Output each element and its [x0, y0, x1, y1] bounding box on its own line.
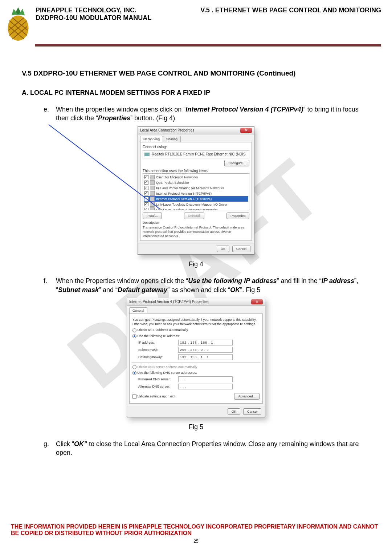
ok-button[interactable]: OK	[217, 246, 229, 252]
connection-items-list[interactable]: Client for Microsoft Networks QoS Packet…	[143, 173, 249, 210]
fileshare-icon	[150, 186, 155, 190]
configure-button[interactable]: Configure...	[224, 160, 249, 166]
step-e: e. When the properties window opens clic…	[44, 105, 370, 123]
subnet-mask-field[interactable]: 255 . 255 . 0 . 0	[178, 347, 233, 353]
connection-items-label: This connection uses the following items…	[143, 169, 249, 174]
validate-checkbox[interactable]	[132, 395, 136, 399]
connect-using-label: Connect using:	[143, 145, 249, 150]
close-icon[interactable]: ✕	[251, 299, 263, 304]
description-text: Transmission Control Protocol/Internet P…	[143, 225, 249, 238]
subnet-mask-label: Subnet mask:	[138, 348, 178, 352]
ok-button[interactable]: OK	[228, 408, 240, 415]
lltd-mapper-icon	[150, 202, 155, 207]
header-manual: DXDPRO-10U MODULATOR MANUAL	[36, 14, 151, 22]
cancel-button[interactable]: Cancel	[243, 408, 261, 415]
step-f: f. When the Properties window opens clic…	[44, 276, 370, 294]
tab-sharing[interactable]: Sharing	[163, 136, 181, 142]
pineapple-logo-icon	[3, 7, 33, 42]
ipv4-blurb: You can get IP settings assigned automat…	[132, 318, 260, 326]
install-button[interactable]: Install...	[143, 213, 162, 219]
radio-obtain-ip[interactable]	[132, 328, 136, 332]
advanced-button[interactable]: Advanced...	[234, 393, 260, 400]
header-section: V.5 . ETHERNET WEB PAGE CONTROL AND MONI…	[200, 7, 381, 14]
figure-4-label: Fig 4	[189, 260, 203, 268]
close-icon[interactable]: ✕	[240, 128, 252, 133]
preferred-dns-label: Preferred DNS server:	[138, 377, 178, 381]
step-g: g. Click “OK” to close the Local Area Co…	[44, 440, 370, 457]
page-number: 25	[0, 539, 392, 544]
ipv6-icon	[150, 191, 155, 196]
section-title: V.5 DXDPRO-10U ETHERNET WEB PAGE CONTROL…	[22, 69, 370, 78]
description-label: Description	[143, 221, 249, 225]
client-icon	[150, 175, 155, 179]
preferred-dns-field[interactable]: . . .	[178, 376, 233, 382]
nic-icon	[144, 153, 150, 156]
uninstall-button[interactable]: Uninstall	[184, 213, 205, 219]
header-company: PINEAPPLE TECHNOLOGY, INC.	[36, 7, 151, 14]
subsection-title: A. LOCAL PC INTERNAL MODEM SETTINGS FOR …	[22, 88, 370, 97]
proprietary-notice: THE INFORMATION PROVIDED HEREIN IS PINEA…	[11, 523, 381, 537]
ipv4-properties-dialog: Internet Protocol Version 4 (TCP/IPv4) P…	[127, 298, 265, 417]
ip-address-field[interactable]: 192 . 168 . 168 . 1	[178, 340, 233, 345]
dialog-title: Local Area Connection Properties	[140, 128, 194, 133]
dialog-title: Internet Protocol Version 4 (TCP/IPv4) P…	[129, 299, 208, 304]
list-item-tcpipv4[interactable]: Internet Protocol Version 4 (TCP/IPv4)	[144, 196, 248, 202]
tab-general[interactable]: General	[129, 307, 147, 314]
default-gateway-label: Default gateway:	[138, 355, 178, 359]
header-rule	[35, 44, 381, 47]
default-gateway-field[interactable]: 192 . 168 . 1 . 1	[178, 354, 233, 360]
figure-5-label: Fig 5	[189, 422, 203, 431]
figure-5: Internet Protocol Version 4 (TCP/IPv4) P…	[22, 298, 370, 432]
tab-networking[interactable]: Networking	[140, 136, 163, 142]
lltd-responder-icon	[150, 207, 155, 210]
radio-obtain-dns	[132, 365, 136, 369]
alternate-dns-field[interactable]: . . .	[178, 384, 233, 389]
radio-use-dns[interactable]	[132, 371, 136, 375]
alternate-dns-label: Alternate DNS server:	[138, 384, 178, 389]
radio-use-ip[interactable]	[132, 334, 136, 338]
local-area-connection-properties-dialog: Local Area Connection Properties ✕ Netwo…	[138, 126, 254, 255]
figure-4: Local Area Connection Properties ✕ Netwo…	[22, 126, 370, 269]
cancel-button[interactable]: Cancel	[232, 246, 250, 252]
properties-button[interactable]: Properties	[226, 213, 249, 219]
ipv4-icon	[150, 197, 155, 201]
ip-address-label: IP address:	[138, 340, 178, 345]
page-header: PINEAPPLE TECHNOLOGY, INC. DXDPRO-10U MO…	[0, 0, 392, 42]
adapter-name: Realtek RTL8101E Family PCI-E Fast Ether…	[152, 152, 246, 157]
qos-icon	[150, 180, 155, 185]
